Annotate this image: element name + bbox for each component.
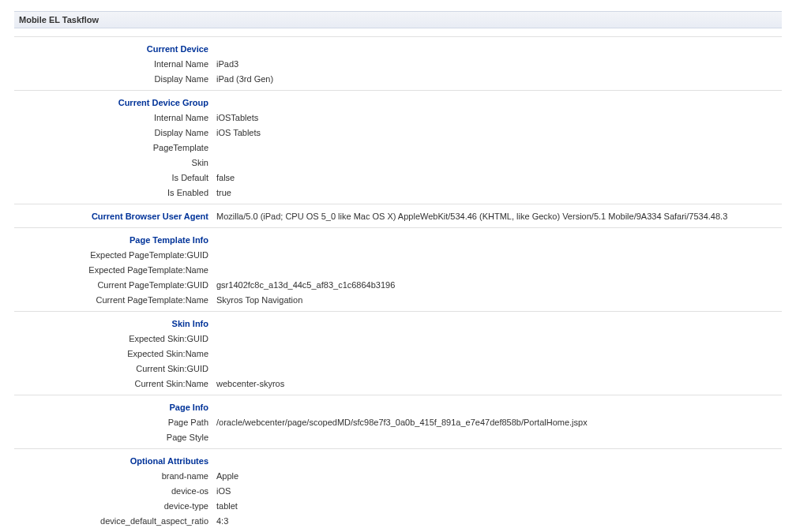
row-group-skin: Skin: [14, 155, 782, 170]
row-expected-pt-name: Expected PageTemplate:Name: [14, 263, 782, 278]
row-expected-pt-guid: Expected PageTemplate:GUID: [14, 248, 782, 263]
row-brand-name: brand-name Apple: [14, 469, 782, 484]
label-user-agent: Current Browser User Agent: [14, 209, 216, 224]
value-page-path: /oracle/webcenter/page/scopedMD/sfc98e7f…: [216, 415, 782, 430]
value-group-display-name: iOS Tablets: [216, 126, 782, 140]
value-group-is-default: false: [216, 170, 782, 185]
section-user-agent: Current Browser User Agent Mozilla/5.0 (…: [14, 204, 782, 227]
row-group-is-enabled: Is Enabled true: [14, 185, 782, 200]
value-current-skin-name: webcenter-skyros: [216, 377, 782, 392]
label-group-is-default: Is Default: [14, 170, 216, 185]
label-device-internal-name: Internal Name: [14, 57, 216, 72]
section-page-info: Page Info Page Path /oracle/webcenter/pa…: [14, 395, 782, 448]
row-user-agent: Current Browser User Agent Mozilla/5.0 (…: [14, 209, 782, 224]
section-title-current-device: Current Device: [14, 42, 216, 57]
row-group-page-template: PageTemplate: [14, 140, 782, 155]
section-title-optional-attributes: Optional Attributes: [14, 454, 216, 469]
label-expected-skin-guid: Expected Skin:GUID: [14, 332, 216, 347]
value-device-os: iOS: [216, 484, 782, 499]
label-page-path: Page Path: [14, 415, 216, 430]
label-current-pt-guid: Current PageTemplate:GUID: [14, 278, 216, 293]
panel-title: Mobile EL Taskflow: [14, 11, 782, 28]
section-skin-info: Skin Info Expected Skin:GUID Expected Sk…: [14, 311, 782, 395]
value-brand-name: Apple: [216, 469, 782, 484]
label-expected-pt-name: Expected PageTemplate:Name: [14, 263, 216, 278]
row-expected-skin-guid: Expected Skin:GUID: [14, 332, 782, 347]
row-device-internal-name: Internal Name iPad3: [14, 57, 782, 72]
label-expected-skin-name: Expected Skin:Name: [14, 347, 216, 362]
label-current-skin-guid: Current Skin:GUID: [14, 362, 216, 377]
row-device-os: device-os iOS: [14, 484, 782, 499]
value-aspect-ratio: 4:3: [216, 514, 782, 529]
row-device-type: device-type tablet: [14, 499, 782, 514]
section-title-current-device-group: Current Device Group: [14, 96, 216, 111]
label-aspect-ratio: device_default_aspect_ratio: [14, 514, 216, 529]
section-optional-attributes: Optional Attributes brand-name Apple dev…: [14, 448, 782, 532]
row-current-skin-name: Current Skin:Name webcenter-skyros: [14, 377, 782, 392]
label-group-skin: Skin: [14, 155, 216, 170]
row-aspect-ratio: device_default_aspect_ratio 4:3: [14, 514, 782, 529]
label-expected-pt-guid: Expected PageTemplate:GUID: [14, 248, 216, 263]
section-current-device-group: Current Device Group Internal Name iOSTa…: [14, 90, 782, 204]
row-current-pt-name: Current PageTemplate:Name Skyros Top Nav…: [14, 293, 782, 308]
value-device-type: tablet: [216, 499, 782, 514]
label-device-os: device-os: [14, 484, 216, 499]
row-page-style: Page Style: [14, 430, 782, 445]
value-group-internal-name: iOSTablets: [216, 111, 782, 126]
label-brand-name: brand-name: [14, 469, 216, 484]
value-group-is-enabled: true: [216, 185, 782, 200]
value-user-agent: Mozilla/5.0 (iPad; CPU OS 5_0 like Mac O…: [216, 209, 782, 224]
label-current-pt-name: Current PageTemplate:Name: [14, 293, 216, 308]
row-group-internal-name: Internal Name iOSTablets: [14, 111, 782, 126]
label-page-style: Page Style: [14, 430, 216, 445]
row-group-is-default: Is Default false: [14, 170, 782, 185]
section-title-page-info: Page Info: [14, 400, 216, 415]
value-device-internal-name: iPad3: [216, 57, 782, 72]
label-group-page-template: PageTemplate: [14, 140, 216, 155]
label-group-is-enabled: Is Enabled: [14, 185, 216, 200]
value-device-display-name: iPad (3rd Gen): [216, 72, 782, 87]
section-title-page-template-info: Page Template Info: [14, 233, 216, 248]
row-current-skin-guid: Current Skin:GUID: [14, 362, 782, 377]
label-current-skin-name: Current Skin:Name: [14, 377, 216, 392]
taskflow-container: Mobile EL Taskflow Current Device Intern…: [0, 11, 796, 532]
row-expected-skin-name: Expected Skin:Name: [14, 347, 782, 362]
section-page-template-info: Page Template Info Expected PageTemplate…: [14, 227, 782, 311]
section-current-device: Current Device Internal Name iPad3 Displ…: [14, 36, 782, 90]
label-group-display-name: Display Name: [14, 126, 216, 140]
row-device-display-name: Display Name iPad (3rd Gen): [14, 72, 782, 87]
row-page-path: Page Path /oracle/webcenter/page/scopedM…: [14, 415, 782, 430]
label-group-internal-name: Internal Name: [14, 111, 216, 126]
row-current-pt-guid: Current PageTemplate:GUID gsr1402fc8c_a1…: [14, 278, 782, 293]
label-device-display-name: Display Name: [14, 72, 216, 87]
row-group-display-name: Display Name iOS Tablets: [14, 126, 782, 140]
label-device-type: device-type: [14, 499, 216, 514]
value-current-pt-guid: gsr1402fc8c_a13d_44c5_af83_c1c6864b3196: [216, 278, 782, 293]
value-current-pt-name: Skyros Top Navigation: [216, 293, 782, 308]
section-title-skin-info: Skin Info: [14, 317, 216, 332]
